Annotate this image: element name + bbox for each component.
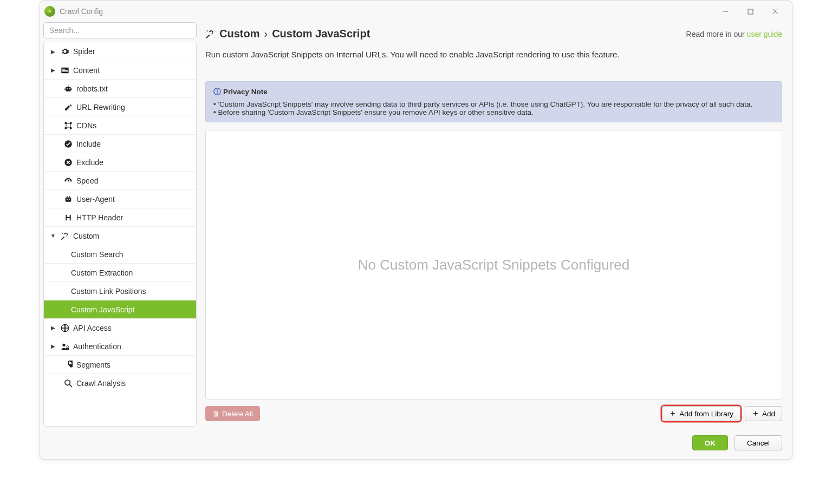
tree-item-label: HTTP Header [76,213,123,222]
ok-button[interactable]: OK [692,435,728,450]
minimize-button[interactable] [713,3,738,19]
breadcrumb-leaf: Custom JavaScript [272,28,370,40]
svg-point-9 [67,88,68,89]
privacy-title: Privacy Note [223,88,268,96]
tree-item-custom-javascript[interactable]: Custom JavaScript [44,300,196,318]
search-icon [62,379,74,388]
svg-point-16 [64,127,67,129]
tree-item-http-header[interactable]: HTTP Header [44,208,196,226]
tree-item-custom-link-positions[interactable]: Custom Link Positions [44,282,196,300]
svg-rect-7 [62,71,68,72]
svg-point-15 [70,122,72,124]
read-more: Read more in our user guide [686,30,782,38]
svg-point-21 [67,199,68,200]
delete-all-button[interactable]: Delete All [205,406,260,421]
breadcrumb: Custom › Custom JavaScript [205,28,370,40]
plus-icon: ＋ [752,409,759,418]
privacy-line: Before sharing 'Custom JavaScript Snippe… [213,108,774,116]
page-description: Run custom JavaScript Snippets on Intern… [205,42,782,69]
caret-icon: ▼ [47,233,59,239]
svg-point-14 [64,122,67,124]
tree-item-label: URL Rewriting [76,103,125,112]
tree-item-spider[interactable]: ▶Spider [44,42,196,61]
tree-item-cdns[interactable]: CDNs [44,116,196,134]
svg-rect-5 [62,69,65,69]
maximize-button[interactable] [738,3,763,19]
tree-item-user-agent[interactable]: User-Agent [44,189,196,208]
tree-item-label: API Access [73,324,112,332]
privacy-note: ⓘPrivacy Note 'Custom JavaScript Snippet… [205,81,782,122]
svg-rect-1 [748,9,753,14]
lock-icon [59,342,71,351]
tree-item-speed[interactable]: Speed [44,171,196,189]
tree-item-label: Authentication [73,342,121,351]
plus-icon: ＋ [669,409,677,418]
svg-rect-11 [68,86,68,87]
pie-icon [62,361,74,369]
tree-item-custom-search[interactable]: Custom Search [44,245,196,263]
settings-tree: ▶Spider▶Contentrobots.txtURL RewritingCD… [43,42,197,427]
svg-rect-12 [64,88,65,90]
robot-icon [62,84,74,93]
search-input[interactable] [43,22,197,38]
tree-item-label: Custom Extraction [71,269,133,277]
svg-point-22 [69,199,70,200]
check-circle-icon [62,140,74,148]
svg-point-24 [62,343,65,346]
gear-icon [59,47,71,56]
caret-icon: ▶ [47,67,59,73]
tree-item-api-access[interactable]: ▶API Access [44,318,196,337]
app-icon [44,6,55,17]
window-controls [713,3,788,19]
window-title: Crawl Config [60,7,103,16]
add-button[interactable]: ＋ Add [745,406,782,421]
svg-rect-6 [62,70,68,71]
tree-item-label: Content [73,66,100,75]
search-box [43,22,197,38]
gauge-icon [62,176,74,185]
info-icon: ⓘ [213,88,221,96]
breadcrumb-separator: › [264,28,268,40]
tree-item-label: Spider [73,47,95,56]
main-panel: Custom › Custom JavaScript Read more in … [197,22,789,427]
tree-item-label: Custom [73,232,99,240]
trash-icon [212,410,219,417]
dialog-footer: OK Cancel [43,427,789,456]
user-guide-link[interactable]: user guide [747,30,782,38]
tree-item-content[interactable]: ▶Content [44,61,196,79]
snippets-canvas: No Custom JavaScript Snippets Configured [205,130,782,400]
tree-item-custom[interactable]: ▼Custom [44,226,196,245]
tree-item-label: Speed [76,176,98,185]
tree-item-segments[interactable]: Segments [44,355,196,374]
tree-item-robots-txt[interactable]: robots.txt [44,79,196,97]
rewrite-icon [62,103,74,112]
tree-item-label: Include [76,140,101,148]
svg-point-17 [70,127,72,129]
H-icon [62,213,74,222]
empty-state-text: No Custom JavaScript Snippets Configured [358,257,629,273]
tree-item-label: Crawl Analysis [76,379,126,388]
tree-item-authentication[interactable]: ▶Authentication [44,337,196,355]
tree-item-label: Custom JavaScript [71,305,134,314]
privacy-line: 'Custom JavaScript Snippets' may involve… [213,100,774,108]
titlebar: Crawl Config [40,1,792,22]
tree-item-custom-extraction[interactable]: Custom Extraction [44,263,196,282]
tree-item-include[interactable]: Include [44,134,196,153]
tree-item-exclude[interactable]: Exclude [44,153,196,171]
tree-item-label: User-Agent [76,195,115,204]
tree-item-label: CDNs [76,121,96,130]
cancel-button[interactable]: Cancel [734,435,782,450]
tree-item-label: Segments [76,361,110,369]
tree-item-label: robots.txt [76,84,108,93]
svg-rect-20 [66,197,72,201]
crawl-config-window: Crawl Config ▶Spider▶Contentrobots.txtUR… [40,0,792,460]
close-button[interactable] [763,3,788,19]
cdn-icon [62,121,74,130]
tree-item-crawl-analysis[interactable]: Crawl Analysis [44,374,196,392]
tree-item-url-rewriting[interactable]: URL Rewriting [44,97,196,116]
svg-point-10 [69,88,70,89]
svg-rect-13 [71,88,72,90]
tools-icon [59,232,71,240]
caret-icon: ▶ [47,325,59,331]
add-from-library-button[interactable]: ＋ Add from Library [662,406,740,421]
